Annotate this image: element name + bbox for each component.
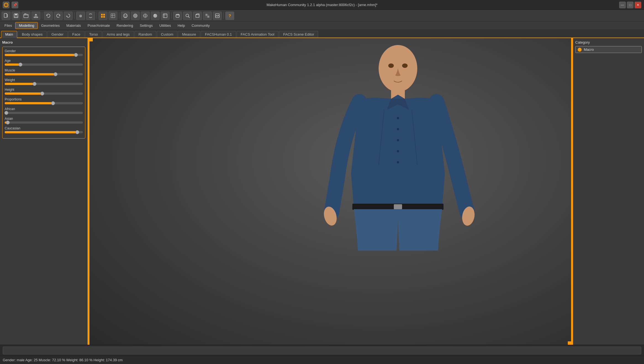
slider-fill-caucasian <box>5 131 77 133</box>
menu-files[interactable]: Files <box>1 22 15 29</box>
tab-main[interactable]: Main <box>1 31 17 38</box>
tab-gender[interactable]: Gender <box>47 31 67 38</box>
menu-rendering[interactable]: Rendering <box>113 22 136 29</box>
maximize-button[interactable]: □ <box>627 2 634 8</box>
slider-group-african: African <box>5 107 83 114</box>
tab-random[interactable]: Random <box>134 31 156 38</box>
slider-thumb-gender[interactable] <box>74 53 78 57</box>
slider-label-muscle: Muscle <box>5 68 83 72</box>
toolbar-face[interactable] <box>121 12 130 20</box>
menu-geometries[interactable]: Geometries <box>38 22 63 29</box>
tab-measure[interactable]: Measure <box>178 31 200 38</box>
slider-group-height: Height <box>5 88 83 95</box>
category-dot-macro <box>578 48 582 52</box>
slider-thumb-proportions[interactable] <box>51 101 55 105</box>
slider-thumb-african[interactable] <box>4 111 8 115</box>
slider-thumb-height[interactable] <box>40 92 44 95</box>
slider-group-age: Age <box>5 59 83 66</box>
slider-track-gender[interactable] <box>5 54 83 56</box>
toolbar-hands[interactable] <box>173 12 182 20</box>
toolbar-new[interactable] <box>2 12 10 20</box>
toolbar-rotate[interactable] <box>86 12 95 20</box>
slider-fill-height <box>5 92 42 95</box>
slider-track-caucasian[interactable] <box>5 131 83 133</box>
toolbar-grid1[interactable] <box>99 12 107 20</box>
slider-label-weight: Weight <box>5 78 83 82</box>
menu-modelling[interactable]: Modelling <box>15 22 38 29</box>
slider-thumb-muscle[interactable] <box>54 72 57 76</box>
window-title: MakeHuman Community 1.2.1 alpha (master:… <box>266 3 378 7</box>
toolbar-smooth[interactable] <box>131 12 140 20</box>
slider-thumb-asian[interactable] <box>6 121 10 124</box>
left-panel: Macro Gender Age <box>0 38 88 345</box>
menu-settings[interactable]: Settings <box>136 22 156 29</box>
tab-custom[interactable]: Custom <box>157 31 178 38</box>
toolbar-bg[interactable] <box>213 12 222 20</box>
minimize-button[interactable]: — <box>619 2 626 8</box>
status-input[interactable] <box>3 347 641 354</box>
slider-group-proportions: Proportions <box>5 97 83 104</box>
svg-point-47 <box>402 63 408 68</box>
svg-point-2 <box>6 4 7 6</box>
menubar: Files Modelling Geometries Materials Pos… <box>0 22 644 30</box>
menu-utilities[interactable]: Utilities <box>156 22 174 29</box>
slider-track-asian[interactable] <box>5 121 83 124</box>
toolbar-grab[interactable] <box>76 12 85 20</box>
toolbar-sep-5 <box>171 12 171 19</box>
svg-rect-33 <box>196 15 199 17</box>
svg-point-31 <box>186 14 189 17</box>
toolbar-box[interactable] <box>193 12 202 20</box>
toolbar-solid[interactable] <box>151 12 160 20</box>
toolbar-grid2[interactable] <box>109 12 117 20</box>
viewport-handle-br <box>568 341 571 345</box>
slider-thumb-weight[interactable] <box>33 82 36 86</box>
menu-help[interactable]: Help <box>174 22 188 29</box>
app: 📌 MakeHuman Community 1.2.1 alpha (maste… <box>0 0 644 364</box>
content-area: Macro Gender Age <box>0 38 644 345</box>
svg-point-46 <box>388 63 394 68</box>
toolbar-undo[interactable] <box>44 12 53 20</box>
tab-arms-legs[interactable]: Arms and legs <box>102 31 134 38</box>
tab-face[interactable]: Face <box>68 31 85 38</box>
tab-facs-human[interactable]: FACSHuman 0.1 <box>201 31 236 38</box>
toolbar-zoom[interactable] <box>183 12 192 20</box>
tab-facs-scene[interactable]: FACS Scene Editor <box>279 31 318 38</box>
menu-materials[interactable]: Materials <box>63 22 84 29</box>
toolbar-export[interactable] <box>31 12 40 20</box>
menu-pose-animate[interactable]: Pose/Animate <box>84 22 113 29</box>
svg-rect-35 <box>205 14 207 16</box>
slider-track-height[interactable] <box>5 92 83 95</box>
svg-rect-10 <box>103 14 105 15</box>
svg-rect-36 <box>207 16 209 18</box>
close-button[interactable]: ✕ <box>635 2 641 8</box>
slider-track-muscle[interactable] <box>5 73 83 75</box>
slider-group-caucasian: Caucasian <box>5 126 83 133</box>
status-text: Gender: male Age: 25 Muscle: 72.10 % Wei… <box>3 358 123 362</box>
toolbar-redo[interactable] <box>54 12 63 20</box>
toolbar-help[interactable]: ? <box>225 12 234 20</box>
toolbar-texture[interactable] <box>161 12 170 20</box>
slider-fill-age <box>5 63 20 66</box>
toolbar-save[interactable] <box>12 12 20 20</box>
category-macro[interactable]: Macro <box>575 46 642 53</box>
slider-track-age[interactable] <box>5 63 83 66</box>
human-figure <box>301 41 495 256</box>
tab-facs-animation[interactable]: FACS Animation Tool <box>237 31 279 38</box>
toolbar-refresh[interactable] <box>64 12 73 20</box>
slider-thumb-caucasian[interactable] <box>75 130 79 134</box>
tab-torso[interactable]: Torso <box>85 31 102 38</box>
viewport[interactable] <box>89 38 571 345</box>
slider-track-african[interactable] <box>5 112 83 114</box>
menu-community[interactable]: Community <box>188 22 213 29</box>
slider-track-proportions[interactable] <box>5 102 83 104</box>
toolbar-alpha[interactable] <box>203 12 212 20</box>
slider-track-weight[interactable] <box>5 83 83 85</box>
toolbar-load[interactable] <box>22 12 30 20</box>
toolbar-wire[interactable] <box>141 12 150 20</box>
pin-button[interactable]: 📌 <box>12 2 18 8</box>
slider-label-height: Height <box>5 88 83 92</box>
slider-thumb-age[interactable] <box>19 63 22 67</box>
toolbar-sep-2 <box>74 12 75 19</box>
slider-fill-weight <box>5 83 35 85</box>
tab-body-shapes[interactable]: Body shapes <box>18 31 47 38</box>
